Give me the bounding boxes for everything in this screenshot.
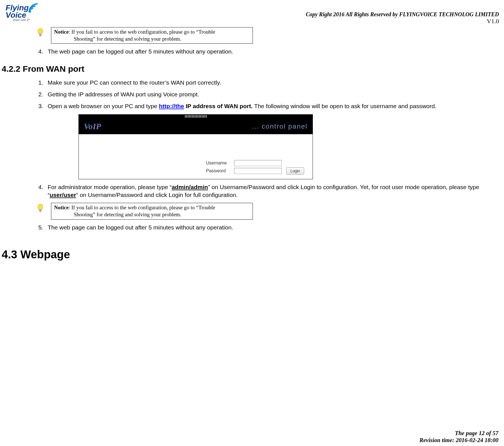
svg-rect-6 xyxy=(40,212,41,212)
copyright-text: Copy Right 2016 All Rights Reserved by F… xyxy=(306,11,499,18)
heading-4-2-2: 4.2.2 From WAN port xyxy=(2,64,504,74)
revision-time: Revision time: 2016-02-24 18:00 xyxy=(419,437,498,444)
heading-4-3: 4.3 Webpage xyxy=(2,248,504,261)
notice-label: Notice xyxy=(54,29,69,35)
svg-point-0 xyxy=(29,10,31,13)
page-number: The page 12 of 57 xyxy=(419,430,498,437)
item4-b1: admin/admin xyxy=(172,184,208,190)
notice-box-2: Notice: If you fail to access to the web… xyxy=(36,203,504,219)
item4-pre: For administrator mode operation, please… xyxy=(48,184,172,190)
notice-text-line1: : If you fail to access to the web confi… xyxy=(69,205,215,210)
list-item-4-2-2-1: Make sure your PC can connect to the rou… xyxy=(45,79,504,87)
notice-frame-1: Notice: If you fail to access to the web… xyxy=(51,27,253,44)
svg-rect-2 xyxy=(40,34,41,36)
logo-tagline: Voice over IP xyxy=(13,18,29,22)
login-form: Username Password Login xyxy=(206,159,304,176)
panel-control-panel-label: ... control panel xyxy=(252,122,308,130)
list-item-4-2-2-5: The web page can be logged out after 5 m… xyxy=(45,224,504,231)
item3-post: The following window will be open to ask… xyxy=(253,103,436,109)
notice-box-1: Notice: If you fail to access to the web… xyxy=(36,27,504,44)
item3-bold: IP address of WAN port. xyxy=(184,103,253,109)
list-item-4-2-2-3: Open a web browser on your PC and type h… xyxy=(45,102,504,110)
panel-ruler xyxy=(79,115,313,119)
username-label: Username xyxy=(206,161,231,166)
wifi-icon xyxy=(28,3,39,14)
lightbulb-icon xyxy=(36,203,44,213)
list-item-4-2-2-4: For administrator mode operation, please… xyxy=(45,183,504,199)
lightbulb-icon xyxy=(36,28,44,38)
wan-url-link[interactable]: http://the xyxy=(159,103,184,109)
svg-rect-3 xyxy=(40,36,41,36)
footer: The page 12 of 57 Revision time: 2016-02… xyxy=(419,430,498,444)
notice-text-line2: Shooting” for detecting and solving your… xyxy=(54,211,250,218)
password-input[interactable] xyxy=(234,168,282,174)
list-item-4-2-2-2: Getting the IP addresses of WAN port usi… xyxy=(45,90,504,98)
list-item-4-2-1-4: The web page can be logged out after 5 m… xyxy=(45,48,504,55)
panel-title-bar: VoIP ... control panel xyxy=(79,119,313,134)
item4-b2: user/user xyxy=(50,192,76,198)
item3-pre: Open a web browser on your PC and type xyxy=(48,103,159,109)
notice-text-line1: : If you fail to access to the web confi… xyxy=(69,29,215,35)
notice-frame-2: Notice: If you fail to access to the web… xyxy=(51,203,253,219)
svg-point-4 xyxy=(38,204,43,210)
password-label: Password xyxy=(206,168,231,173)
notice-label: Notice xyxy=(54,205,69,210)
notice-text-line2: Shooting” for detecting and solving your… xyxy=(54,36,250,43)
version-text: V1.0 xyxy=(306,18,499,25)
username-input[interactable] xyxy=(234,160,282,166)
item4-post: ” on Username/Password and click Login f… xyxy=(76,192,238,198)
svg-rect-5 xyxy=(40,210,41,212)
svg-point-1 xyxy=(38,28,43,34)
login-panel-screenshot: VoIP ... control panel Username Password… xyxy=(78,114,313,179)
brand-logo: Flying Voice Voice over IP xyxy=(5,3,39,22)
panel-voip-label: VoIP xyxy=(84,122,101,131)
login-button[interactable]: Login xyxy=(286,167,304,175)
